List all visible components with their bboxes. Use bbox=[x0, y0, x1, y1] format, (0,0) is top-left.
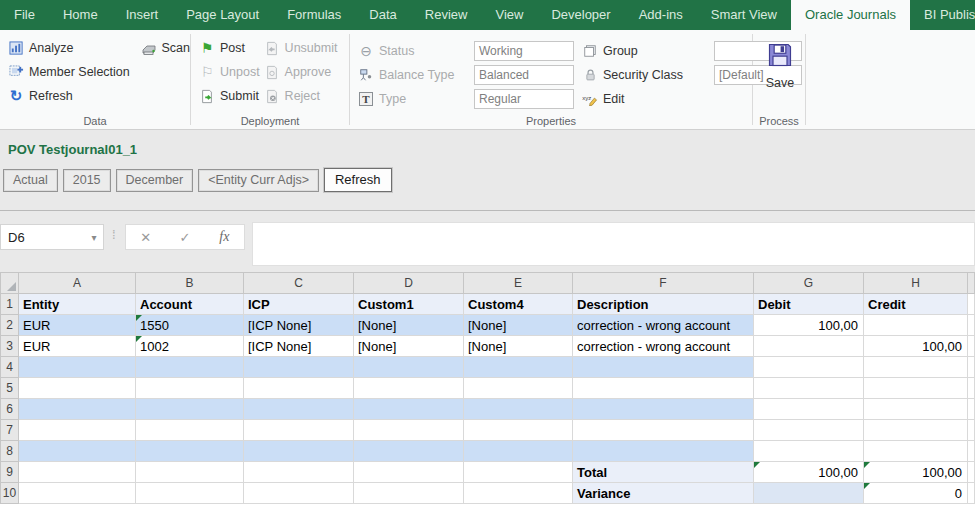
cell-E9[interactable] bbox=[464, 462, 573, 483]
cell-E2[interactable]: [None] bbox=[464, 315, 573, 336]
row-header-1[interactable]: 1 bbox=[1, 294, 19, 315]
cell-E4[interactable] bbox=[464, 357, 573, 378]
cell-C4[interactable] bbox=[244, 357, 354, 378]
cell-A2[interactable]: EUR bbox=[19, 315, 136, 336]
column-header-E[interactable]: E bbox=[464, 273, 573, 294]
cell-E1[interactable]: Custom4 bbox=[464, 294, 573, 315]
cancel-entry-button[interactable]: ✕ bbox=[134, 230, 158, 245]
enter-entry-button[interactable]: ✓ bbox=[173, 230, 197, 245]
member-selection-button[interactable]: Member Selection bbox=[8, 63, 130, 81]
formula-input[interactable] bbox=[252, 222, 975, 266]
cell-E10[interactable] bbox=[464, 483, 573, 504]
cell-D2[interactable]: [None] bbox=[354, 315, 464, 336]
column-header-G[interactable]: G bbox=[754, 273, 864, 294]
cell-D3[interactable]: [None] bbox=[354, 336, 464, 357]
ribbon-tab-page-layout[interactable]: Page Layout bbox=[172, 0, 273, 30]
ribbon-tab-developer[interactable]: Developer bbox=[537, 0, 624, 30]
cell-F6[interactable] bbox=[573, 399, 754, 420]
name-box-dropdown-icon[interactable]: ▾ bbox=[85, 232, 103, 243]
type-field[interactable]: Regular bbox=[474, 89, 574, 109]
cell-G7[interactable] bbox=[754, 420, 864, 441]
cell-A3[interactable]: EUR bbox=[19, 336, 136, 357]
ribbon-tab-home[interactable]: Home bbox=[49, 0, 112, 30]
approve-button[interactable]: Approve bbox=[264, 63, 338, 81]
cell-G5[interactable] bbox=[754, 378, 864, 399]
cell-H6[interactable] bbox=[864, 399, 968, 420]
ribbon-tab-smart-view[interactable]: Smart View bbox=[697, 0, 791, 30]
cell-C10[interactable] bbox=[244, 483, 354, 504]
ribbon-tab-oracle-journals[interactable]: Oracle Journals bbox=[791, 0, 910, 30]
name-box[interactable]: D6 ▾ bbox=[0, 224, 104, 250]
cell-D6[interactable] bbox=[354, 399, 464, 420]
cell-G4[interactable] bbox=[754, 357, 864, 378]
cell-D7[interactable] bbox=[354, 420, 464, 441]
cell-B3[interactable]: 1002 bbox=[136, 336, 244, 357]
cell-F7[interactable] bbox=[573, 420, 754, 441]
edit-button[interactable]: xyz Edit bbox=[582, 90, 706, 108]
cell-F2[interactable]: correction - wrong account bbox=[573, 315, 754, 336]
cell-G9[interactable]: 100,00 bbox=[754, 462, 864, 483]
ribbon-tab-file[interactable]: File bbox=[0, 0, 49, 30]
row-header-8[interactable]: 8 bbox=[1, 441, 19, 462]
cell-C9[interactable] bbox=[244, 462, 354, 483]
cell-C2[interactable]: [ICP None] bbox=[244, 315, 354, 336]
row-header-10[interactable]: 10 bbox=[1, 483, 19, 504]
row-header-7[interactable]: 7 bbox=[1, 420, 19, 441]
select-all-corner[interactable] bbox=[1, 273, 19, 294]
cell-D9[interactable] bbox=[354, 462, 464, 483]
cell-F3[interactable]: correction - wrong account bbox=[573, 336, 754, 357]
cell-C5[interactable] bbox=[244, 378, 354, 399]
row-header-5[interactable]: 5 bbox=[1, 378, 19, 399]
cell-G3[interactable] bbox=[754, 336, 864, 357]
pov-refresh-button[interactable]: Refresh bbox=[324, 168, 392, 192]
cell-G6[interactable] bbox=[754, 399, 864, 420]
cell-H7[interactable] bbox=[864, 420, 968, 441]
cell-A10[interactable] bbox=[19, 483, 136, 504]
unpost-button[interactable]: ⚐ Unpost bbox=[199, 63, 260, 81]
ribbon-tab-review[interactable]: Review bbox=[411, 0, 482, 30]
cell-B9[interactable] bbox=[136, 462, 244, 483]
column-header-B[interactable]: B bbox=[136, 273, 244, 294]
cell-D5[interactable] bbox=[354, 378, 464, 399]
analyze-button[interactable]: Analyze bbox=[8, 39, 130, 57]
balance-type-field[interactable]: Balanced bbox=[474, 65, 574, 85]
row-header-4[interactable]: 4 bbox=[1, 357, 19, 378]
pov-member-button-1[interactable]: 2015 bbox=[63, 169, 111, 192]
cell-E5[interactable] bbox=[464, 378, 573, 399]
save-button[interactable]: Save bbox=[761, 39, 799, 92]
ribbon-tab-add-ins[interactable]: Add-ins bbox=[625, 0, 697, 30]
pov-member-button-3[interactable]: <Entity Curr Adjs> bbox=[198, 169, 319, 192]
cell-B8[interactable] bbox=[136, 441, 244, 462]
column-header-C[interactable]: C bbox=[244, 273, 354, 294]
column-header-D[interactable]: D bbox=[354, 273, 464, 294]
cell-C3[interactable]: [ICP None] bbox=[244, 336, 354, 357]
cell-B6[interactable] bbox=[136, 399, 244, 420]
cell-B1[interactable]: Account bbox=[136, 294, 244, 315]
cell-A6[interactable] bbox=[19, 399, 136, 420]
cell-H2[interactable] bbox=[864, 315, 968, 336]
row-header-3[interactable]: 3 bbox=[1, 336, 19, 357]
cell-G10[interactable] bbox=[754, 483, 864, 504]
refresh-button[interactable]: ↻ Refresh bbox=[8, 87, 130, 105]
cell-F1[interactable]: Description bbox=[573, 294, 754, 315]
cell-A9[interactable] bbox=[19, 462, 136, 483]
row-header-9[interactable]: 9 bbox=[1, 462, 19, 483]
cell-F8[interactable] bbox=[573, 441, 754, 462]
cell-H3[interactable]: 100,00 bbox=[864, 336, 968, 357]
cell-F5[interactable] bbox=[573, 378, 754, 399]
cell-H4[interactable] bbox=[864, 357, 968, 378]
cell-B2[interactable]: 1550 bbox=[136, 315, 244, 336]
column-header-F[interactable]: F bbox=[573, 273, 754, 294]
pov-member-button-0[interactable]: Actual bbox=[3, 169, 58, 192]
scan-button[interactable]: Scan bbox=[141, 39, 191, 57]
cell-C8[interactable] bbox=[244, 441, 354, 462]
cell-B7[interactable] bbox=[136, 420, 244, 441]
ribbon-tab-insert[interactable]: Insert bbox=[112, 0, 173, 30]
insert-function-button[interactable]: fx bbox=[212, 229, 236, 245]
cell-C7[interactable] bbox=[244, 420, 354, 441]
cell-D8[interactable] bbox=[354, 441, 464, 462]
cell-E3[interactable]: [None] bbox=[464, 336, 573, 357]
post-button[interactable]: ⚑ Post bbox=[199, 39, 260, 57]
cell-A8[interactable] bbox=[19, 441, 136, 462]
reject-button[interactable]: Reject bbox=[264, 87, 338, 105]
